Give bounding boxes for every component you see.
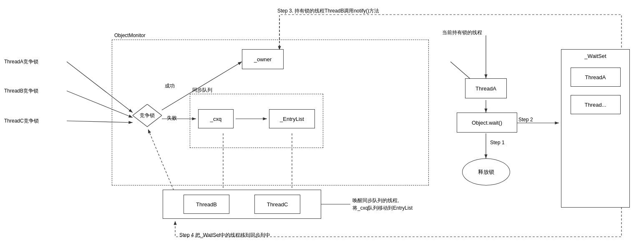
object-monitor-label: ObjectMonitor [114,33,146,38]
sync-queue-label: 同步队列 [192,87,212,94]
release-lock-oval: 释放锁 [462,158,510,185]
entrylist-box: _EntryList [269,109,315,128]
waitset-label: _WaitSet [584,53,606,59]
bottom-sync-box: ThreadB ThreadC [163,190,321,219]
threadC-box: ThreadC [254,195,300,214]
fail-label: 失败 [167,115,177,122]
wake-up-label: 唤醒同步队列的线程,将_cxq队列移动到EntryList [352,197,413,212]
threadA-right-box: ThreadA [465,78,507,98]
threadA-wait-box: ThreadA [571,68,621,87]
svg-text:竞争锁: 竞争锁 [140,113,155,118]
cxq-box: _cxq [198,109,234,128]
threadB-compete-label: ThreadB竞争锁 [4,88,38,95]
owner-box: _owner [242,49,284,69]
step3-label: Step 3. 持有锁的线程ThreadB调用notify()方法 [277,8,379,15]
step2-label: Step 2 [518,117,533,123]
thread-dot-box: Thread... [571,95,621,114]
waitset-outer-box: _WaitSet ThreadA Thread... [561,49,630,208]
step4-label: Step 4 把_WaitSet中的线程移到同步列中 [179,232,270,239]
step1-label: Step 1 [490,140,505,145]
object-wait-box: Object.wait() [457,113,517,133]
current-holder-label: 当前持有锁的线程 [442,29,482,36]
success-label: 成功 [165,83,175,90]
threadB-box: ThreadB [184,195,229,214]
compete-diamond: 竞争锁 [133,104,162,127]
threadC-compete-label: ThreadC竞争锁 [4,118,39,125]
threadA-compete-label: ThreadA竞争锁 [4,58,38,65]
